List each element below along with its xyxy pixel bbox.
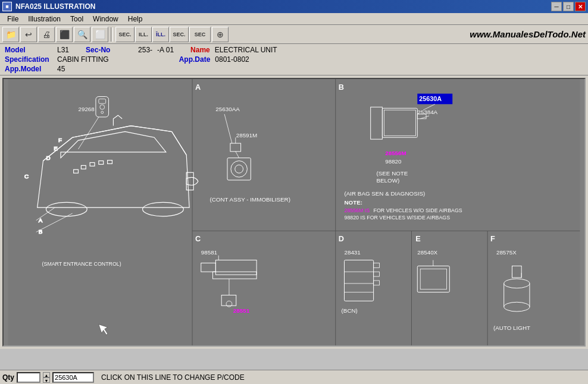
name-value: ELECTRICAL UNIT — [215, 46, 277, 54]
svg-text:(SMART ENTRANCE CONTROL): (SMART ENTRANCE CONTROL) — [42, 261, 121, 267]
status-bar: Qty ▲ ▼ 25630A CLICK ON THIS LINE TO CHA… — [0, 370, 588, 384]
svg-text:(CONT ASSY - IMMOBILISER): (CONT ASSY - IMMOBILISER) — [210, 196, 290, 203]
svg-text:98581: 98581 — [201, 249, 217, 256]
appmodel-label: App.Model — [5, 65, 52, 73]
svg-text:F: F — [58, 137, 62, 143]
svg-text:C: C — [195, 234, 201, 243]
toolbar-btn-target[interactable]: ⊕ — [212, 27, 229, 42]
title-bar: ■ NFA025 ILLUSTRATION ─ □ ✕ — [0, 0, 588, 13]
watermark: www.ManualesDelTodo.Net — [470, 29, 586, 39]
svg-text:A: A — [39, 217, 43, 224]
toolbar: 📁 ↩ 🖨 ⬛ 🔍 ⬜ SEC. ILL. ĪLL. SEC. SEC ⊕ ww… — [0, 25, 588, 44]
svg-text:28556M: 28556M — [385, 150, 406, 156]
svg-text:28591M: 28591M — [236, 132, 257, 139]
minimize-button[interactable]: ─ — [551, 2, 562, 11]
separator-1 — [111, 27, 113, 42]
svg-text:28575X: 28575X — [496, 249, 517, 256]
menu-tool[interactable]: Tool — [65, 14, 88, 24]
illustration-svg: A B C D E F — [4, 79, 584, 345]
menu-illustration[interactable]: Illustration — [23, 14, 65, 24]
toolbar-btn-1[interactable]: 📁 — [2, 27, 19, 42]
spec-value: CABIN FITTING — [57, 55, 109, 64]
toolbar-btn-sec-ill[interactable]: SEC — [189, 27, 211, 42]
svg-text:(SEE NOTE: (SEE NOTE — [377, 170, 408, 177]
window-controls[interactable]: ─ □ ✕ — [551, 2, 586, 11]
window-title: NFA025 ILLUSTRATION — [15, 2, 95, 11]
qty-up[interactable]: ▲ — [43, 372, 50, 377]
svg-text:(BCN): (BCN) — [342, 307, 358, 314]
svg-text:BELOW): BELOW) — [377, 177, 400, 184]
svg-text:(AIR BAG SEN & DIAGNOSIS): (AIR BAG SEN & DIAGNOSIS) — [344, 190, 425, 197]
svg-text:FOR VEHICLES W/O SIDE AIRBAGS: FOR VEHICLES W/O SIDE AIRBAGS — [374, 207, 462, 213]
svg-text:25630AA: 25630AA — [215, 106, 240, 112]
model-value: L31 — [57, 46, 69, 54]
svg-text:D: D — [339, 234, 344, 243]
spec-label: Specification — [5, 55, 52, 64]
main-area: A B C D E F — [0, 75, 588, 349]
svg-text:A: A — [195, 83, 201, 92]
menu-bar: File Illustration Tool Window Help — [0, 13, 588, 25]
svg-text:B: B — [339, 83, 344, 92]
svg-text:29268: 29268 — [78, 106, 95, 112]
appdate-value: 0801-0802 — [215, 55, 249, 64]
qty-spinner[interactable]: ▲ ▼ — [43, 372, 50, 383]
svg-text:E: E — [415, 234, 421, 243]
toolbar-btn-cam[interactable]: ⬛ — [56, 27, 73, 42]
svg-text:98820 IS FOR VEHICLES W/SIDE A: 98820 IS FOR VEHICLES W/SIDE AIRBAGS — [344, 215, 450, 221]
secno-value2: -A 01 — [157, 46, 174, 54]
secno-label: Sec-No — [86, 46, 133, 54]
svg-text:98820: 98820 — [385, 158, 402, 165]
illustration-container[interactable]: A B C D E F — [2, 78, 586, 347]
toolbar-btn-sec2[interactable]: SEC. — [170, 27, 189, 42]
svg-text:28431: 28431 — [344, 249, 360, 256]
svg-text:D: D — [46, 155, 50, 161]
svg-text:28551: 28551 — [233, 307, 250, 314]
model-label: Model — [5, 46, 52, 54]
toolbar-btn-sec[interactable]: SEC. — [115, 27, 135, 42]
toolbar-btn-search[interactable]: 🔍 — [74, 27, 90, 42]
part-code-display: 25630A — [52, 372, 94, 383]
menu-file[interactable]: File — [2, 14, 23, 24]
qty-label: Qty — [2, 373, 14, 382]
qty-input[interactable] — [17, 372, 40, 383]
appdate-label: App.Date — [179, 55, 211, 64]
svg-rect-0 — [8, 79, 580, 345]
toolbar-btn-ill2[interactable]: ĪLL. — [152, 27, 169, 42]
svg-text:28556M IS: 28556M IS — [344, 207, 370, 213]
secno-value: 253- — [138, 46, 152, 54]
svg-text:(AUTO LIGHT: (AUTO LIGHT — [493, 325, 530, 331]
svg-text:25630A: 25630A — [419, 95, 442, 102]
close-button[interactable]: ✕ — [575, 2, 586, 11]
svg-text:28540X: 28540X — [417, 249, 437, 256]
qty-down[interactable]: ▼ — [43, 377, 50, 383]
status-message: CLICK ON THIS LINE TO CHANGE P/CODE — [96, 373, 586, 382]
maximize-button[interactable]: □ — [563, 2, 574, 11]
app-icon: ■ — [2, 2, 12, 11]
svg-text:F: F — [490, 234, 495, 243]
toolbar-btn-print[interactable]: 🖨 — [38, 27, 55, 42]
svg-text:NOTE:: NOTE: — [344, 199, 362, 206]
appmodel-value: 45 — [57, 65, 65, 73]
svg-text:B: B — [39, 228, 43, 235]
name-label: Name — [190, 46, 210, 54]
menu-help[interactable]: Help — [123, 14, 148, 24]
svg-text:E: E — [54, 145, 58, 152]
toolbar-btn-undo[interactable]: ↩ — [20, 27, 37, 42]
toolbar-btn-ill[interactable]: ILL. — [135, 27, 152, 42]
toolbar-btn-copy[interactable]: ⬜ — [92, 27, 108, 42]
svg-text:C: C — [24, 173, 29, 180]
menu-window[interactable]: Window — [88, 14, 123, 24]
info-bar: Model L31 Sec-No 253- -A 01 Name ELECTRI… — [0, 44, 588, 75]
